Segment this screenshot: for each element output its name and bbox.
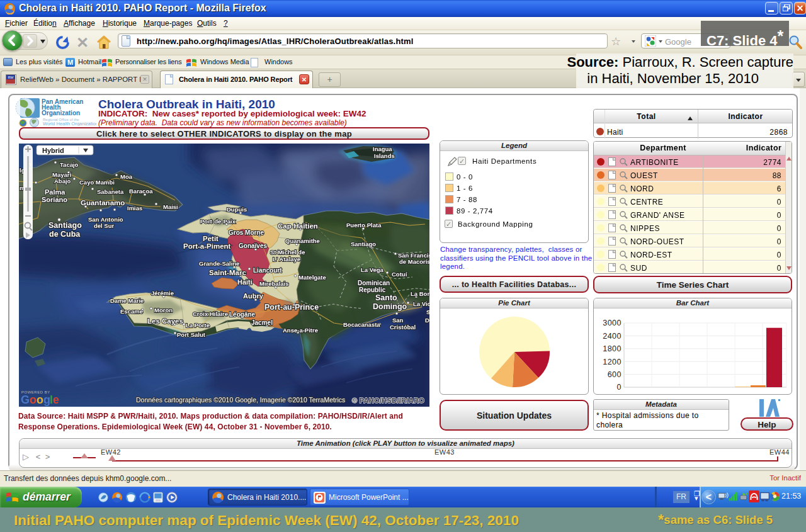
svg-text:Haïti: Haïti (237, 278, 253, 286)
svg-text:e: e (53, 393, 59, 406)
svg-text:3000: 3000 (603, 319, 622, 327)
svg-text:Hybrid: Hybrid (42, 147, 64, 154)
svg-text:Les Cayes: Les Cayes (147, 317, 183, 325)
svg-text:Puerto Plata: Puerto Plata (346, 222, 382, 229)
svg-text:Léogâne: Léogâne (229, 311, 256, 318)
svg-text:San: San (392, 317, 404, 324)
svg-text:Cotuí: Cotuí (392, 271, 407, 278)
svg-text:de Cuba: de Cuba (49, 230, 81, 239)
svg-text:600: 600 (608, 370, 622, 379)
svg-text:Port-de-Paix: Port-de-Paix (200, 218, 236, 225)
svg-text:Croix Hilaire: Croix Hilaire (193, 310, 228, 317)
svg-text:1200: 1200 (603, 358, 622, 366)
svg-text:Santo: Santo (375, 293, 397, 302)
svg-text:Moa: Moa (120, 173, 133, 180)
svg-text:Escame: Escame (120, 308, 143, 315)
svg-text:Bocacanasta: Bocacanasta (343, 321, 380, 328)
svg-text:Gros Morne: Gros Morne (229, 229, 264, 236)
svg-text:La Vega: La Vega (361, 266, 384, 273)
svg-text:Matelgate: Matelgate (298, 274, 326, 281)
svg-text:Baracoa: Baracoa (129, 188, 153, 195)
svg-text:Cristóbal: Cristóbal (390, 324, 416, 331)
svg-text:S: S (426, 308, 429, 315)
svg-text:Aubry: Aubry (243, 292, 264, 300)
svg-text:2400: 2400 (603, 332, 622, 341)
svg-text:Palma: Palma (45, 188, 65, 196)
svg-text:Grande-Saline: Grande-Saline (199, 260, 239, 267)
svg-text:Abajo: Abajo (54, 178, 71, 184)
svg-text:Données cartographiques ©2010: Données cartographiques ©2010 Google, Im… (136, 396, 345, 404)
svg-text:Liancourt: Liancourt (253, 267, 282, 274)
svg-text:Cap-Haïtien: Cap-Haïtien (278, 222, 318, 230)
svg-text:Port Salut: Port Salut (177, 331, 206, 338)
svg-text:Gonaïves: Gonaïves (239, 242, 267, 249)
svg-text:0: 0 (617, 383, 622, 391)
svg-text:La Porte: La Porte (186, 322, 210, 329)
svg-text:del Sur: del Sur (94, 222, 115, 229)
svg-text:La Vic: La Vic (413, 300, 429, 307)
svg-text:Dame Marie: Dame Marie (110, 297, 144, 304)
svg-text:Jacmel: Jacmel (251, 319, 273, 326)
svg-text:Maisi: Maisi (163, 203, 178, 210)
svg-text:Petit: Petit (203, 235, 219, 242)
svg-text:Moron: Moron (154, 307, 173, 314)
svg-text:Saint-Marc: Saint-Marc (209, 269, 246, 276)
svg-text:Tacajo: Tacajo (60, 161, 79, 168)
svg-text:Anse-a-Pitre: Anse-a-Pitre (283, 327, 318, 334)
svg-text:Domingo: Domingo (373, 302, 407, 311)
svg-text:G: G (21, 393, 30, 406)
svg-text:St Michel de: St Michel de (270, 249, 305, 256)
svg-text:Imias: Imias (127, 205, 142, 212)
svg-text:o: o (37, 393, 43, 406)
svg-text:Santiago: Santiago (351, 241, 376, 247)
svg-text:de Macorís: de Macorís (399, 258, 429, 265)
svg-text:L' Atalaye: L' Atalaye (273, 256, 300, 263)
svg-text:o: o (30, 393, 37, 406)
svg-text:Sabaneta: Sabaneta (97, 188, 124, 195)
svg-text:Cayo Mambi: Cayo Mambi (79, 179, 115, 186)
svg-text:Mirebalais: Mirebalais (259, 280, 288, 287)
svg-text:D: D (425, 317, 429, 324)
svg-text:Quanamithe: Quanamithe (285, 237, 320, 244)
svg-text:Soriano: Soriano (42, 196, 67, 203)
svg-text:1800: 1800 (603, 344, 622, 353)
svg-text:La Bon: La Bon (411, 290, 429, 297)
svg-text:Port-a-Piment: Port-a-Piment (183, 242, 231, 250)
svg-text:Inagua: Inagua (373, 145, 392, 152)
svg-text:Jérémie: Jérémie (151, 290, 174, 297)
svg-text:© PAHO/HSD/IR/ARO: © PAHO/HSD/IR/ARO (352, 397, 424, 404)
svg-text:Republic: Republic (359, 286, 386, 293)
svg-text:Islands: Islands (374, 152, 395, 159)
svg-text:Dupuis: Dupuis (227, 206, 247, 213)
svg-text:Dominican: Dominican (358, 280, 390, 286)
svg-text:Santiago: Santiago (48, 221, 82, 230)
svg-text:Guantanamo: Guantanamo (81, 199, 125, 207)
svg-text:Port-au-Prince: Port-au-Prince (264, 303, 319, 312)
